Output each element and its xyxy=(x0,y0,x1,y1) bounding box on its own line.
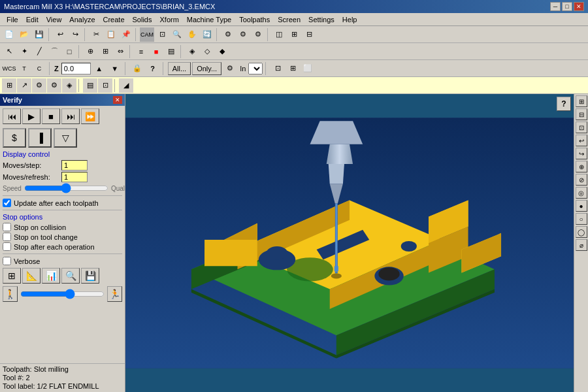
view-btn2[interactable]: ⊞ xyxy=(287,27,301,42)
rp-btn9[interactable]: ● xyxy=(576,200,587,212)
z-input[interactable] xyxy=(61,63,91,74)
tp-btn5[interactable]: ◈ xyxy=(62,78,76,93)
save-btn[interactable]: 💾 xyxy=(32,27,46,42)
only-button[interactable]: Only... xyxy=(192,62,221,75)
menu-file[interactable]: File xyxy=(3,14,22,25)
wire-btn[interactable]: ◇ xyxy=(200,44,214,59)
line-btn[interactable]: ╱ xyxy=(32,44,46,59)
menu-machine-type[interactable]: Machine Type xyxy=(183,14,235,25)
rp-btn5[interactable]: ↪ xyxy=(576,148,587,159)
viewport[interactable]: ? xyxy=(125,94,574,392)
fit-btn[interactable]: ⊡ xyxy=(155,27,169,42)
shp-btn[interactable]: ◢ xyxy=(119,78,133,93)
moves-step-input[interactable] xyxy=(61,160,88,171)
stop-collision-checkbox[interactable] xyxy=(3,223,11,231)
rp-btn8[interactable]: ◎ xyxy=(576,187,587,199)
redo-btn[interactable]: ↪ xyxy=(68,27,82,42)
rect-btn[interactable]: □ xyxy=(62,44,76,59)
toolpath-btn1[interactable]: ⚙ xyxy=(221,27,235,42)
shade-btn[interactable]: ◆ xyxy=(215,44,229,59)
zoom-btn[interactable]: 🔍 xyxy=(170,27,184,42)
grid-btn[interactable]: ⊞ xyxy=(98,44,112,59)
chart-btn[interactable]: 📊 xyxy=(42,268,60,284)
menu-screen[interactable]: Screen xyxy=(274,14,304,25)
rp-btn10[interactable]: ○ xyxy=(576,213,587,225)
close-button[interactable]: ✕ xyxy=(574,2,584,11)
view3-btn[interactable]: ⬜ xyxy=(301,61,315,76)
stop-options-label[interactable]: Stop options xyxy=(3,213,122,221)
fast-forward-button[interactable]: ⏩ xyxy=(81,108,99,124)
new-btn[interactable]: 📄 xyxy=(2,27,16,42)
view-btn1[interactable]: ◫ xyxy=(272,27,286,42)
rp-btn6[interactable]: ⊕ xyxy=(576,161,587,172)
cut-btn[interactable]: ✂ xyxy=(89,27,103,42)
menu-xform[interactable]: Xform xyxy=(156,14,183,25)
tp-btn2[interactable]: ↗ xyxy=(17,78,31,93)
wcs-btn[interactable]: WCS xyxy=(2,61,16,76)
rp-btn12[interactable]: ⌀ xyxy=(576,239,587,251)
display-filter-button[interactable]: ▽ xyxy=(54,128,77,148)
display-coin-button[interactable]: $ xyxy=(3,128,26,148)
menu-create[interactable]: Create xyxy=(99,14,129,25)
walk-slider[interactable] xyxy=(20,289,105,299)
menu-solids[interactable]: Solids xyxy=(129,14,156,25)
all-button[interactable]: All... xyxy=(168,62,191,75)
anl-btn1[interactable]: ▤ xyxy=(83,78,97,93)
display-control-label[interactable]: Display control xyxy=(3,150,122,158)
verbose-checkbox[interactable] xyxy=(3,257,11,265)
skip-back-button[interactable]: ⏮ xyxy=(3,108,21,124)
cplane-btn[interactable]: C xyxy=(32,61,46,76)
tp-btn3[interactable]: ⚙ xyxy=(32,78,46,93)
step-forward-button[interactable]: ⏭ xyxy=(61,108,80,124)
snap-btn[interactable]: ⊕ xyxy=(83,44,97,59)
menu-edit[interactable]: Edit xyxy=(22,14,42,25)
menu-settings[interactable]: Settings xyxy=(304,14,338,25)
toolpath-btn3[interactable]: ⚙ xyxy=(251,27,265,42)
lock-btn[interactable]: 🔒 xyxy=(130,61,144,76)
speed-slider[interactable] xyxy=(24,184,108,193)
toolpath-btn2[interactable]: ⚙ xyxy=(236,27,250,42)
update-checkbox[interactable] xyxy=(3,199,11,207)
view2-btn[interactable]: ⊞ xyxy=(286,61,300,76)
stop-button[interactable]: ■ xyxy=(42,108,60,124)
search-btn[interactable]: 🔍 xyxy=(61,268,80,284)
cam-btn[interactable]: CAM xyxy=(140,27,154,42)
z-up-btn[interactable]: ▲ xyxy=(92,61,106,76)
measure-btn[interactable]: 📐 xyxy=(22,268,41,284)
pan-btn[interactable]: ✋ xyxy=(185,27,199,42)
filter-btn[interactable]: ⚙ xyxy=(223,61,237,76)
rp-btn2[interactable]: ⊟ xyxy=(576,108,587,120)
display-solid-button[interactable]: ▐ xyxy=(28,128,52,148)
rp-btn7[interactable]: ⊘ xyxy=(576,174,587,186)
rotate-btn[interactable]: 🔄 xyxy=(200,27,214,42)
in-dropdown[interactable] xyxy=(248,63,263,74)
export-btn[interactable]: 💾 xyxy=(81,268,99,284)
copy-btn[interactable]: 📋 xyxy=(104,27,118,42)
compare-btn[interactable]: ⊞ xyxy=(3,268,21,284)
paste-btn[interactable]: 📌 xyxy=(119,27,133,42)
view1-btn[interactable]: ⊡ xyxy=(270,61,285,76)
menu-analyze[interactable]: Analyze xyxy=(65,14,99,25)
moves-refresh-input[interactable] xyxy=(61,172,88,182)
tp-btn4[interactable]: ⚙ xyxy=(47,78,61,93)
undo-btn[interactable]: ↩ xyxy=(53,27,67,42)
menu-help[interactable]: Help xyxy=(338,14,361,25)
dim-btn[interactable]: ⇔ xyxy=(113,44,127,59)
rp-btn4[interactable]: ↩ xyxy=(576,135,587,146)
color-btn[interactable]: ■ xyxy=(149,44,163,59)
play-button[interactable]: ▶ xyxy=(22,108,41,124)
plane-btn[interactable]: T xyxy=(17,61,31,76)
verify-close-button[interactable]: ✕ xyxy=(113,96,122,104)
rp-btn3[interactable]: ⊡ xyxy=(576,122,587,133)
rp-btn1[interactable]: ⊞ xyxy=(576,95,587,107)
menu-view[interactable]: View xyxy=(42,14,66,25)
z-down-btn[interactable]: ▼ xyxy=(108,61,122,76)
select-btn[interactable]: ↖ xyxy=(2,44,16,59)
arc-btn[interactable]: ⌒ xyxy=(47,44,61,59)
open-btn[interactable]: 📂 xyxy=(17,27,31,42)
view-btn3[interactable]: ⊟ xyxy=(302,27,316,42)
layer-btn[interactable]: ≡ xyxy=(134,44,148,59)
restore-button[interactable]: □ xyxy=(562,2,572,11)
attr-btn[interactable]: ▤ xyxy=(164,44,178,59)
solid-btn[interactable]: ◈ xyxy=(185,44,199,59)
